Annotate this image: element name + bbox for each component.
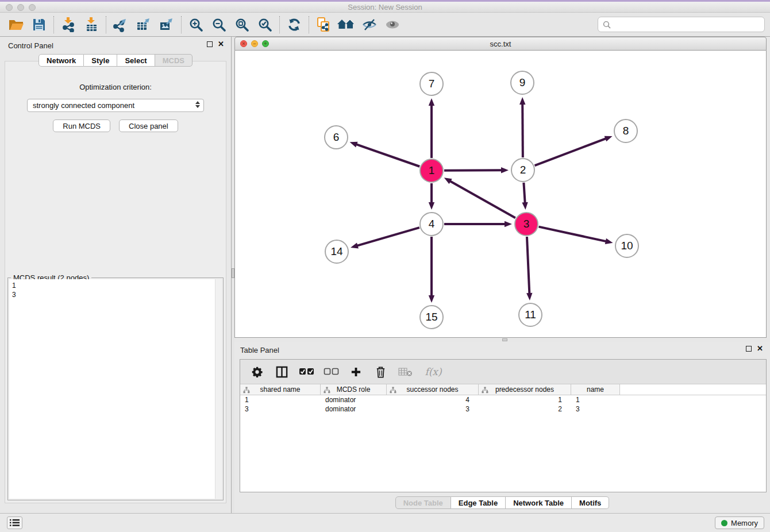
table-settings-button[interactable] — [249, 363, 265, 380]
table-cell: 1 — [571, 395, 620, 404]
app-minimize-button[interactable] — [17, 4, 24, 11]
graph-node-15[interactable]: 15 — [419, 305, 444, 329]
graph-edge-2-3[interactable] — [522, 183, 528, 210]
export-network-button[interactable] — [109, 14, 132, 35]
tab-network-table[interactable]: Network Table — [506, 496, 572, 509]
graph-edge-1-4[interactable] — [429, 183, 434, 210]
graph-edge-3-11[interactable] — [526, 237, 532, 300]
open-session-button[interactable] — [5, 14, 28, 35]
task-history-button[interactable] — [7, 516, 22, 529]
column-header-MCDS-role[interactable]: MCDS role — [321, 384, 387, 395]
tab-edge-table[interactable]: Edge Table — [451, 496, 506, 509]
export-image-icon — [159, 17, 175, 32]
graph-edge-1-6[interactable] — [350, 142, 420, 167]
zoom-selected-button[interactable] — [253, 14, 276, 35]
export-image-button[interactable] — [155, 14, 178, 35]
columns-icon — [276, 366, 288, 378]
search-box[interactable] — [598, 17, 765, 32]
optimization-criterion-select[interactable]: strongly connected component — [27, 99, 204, 112]
float-panel-icon[interactable] — [207, 41, 213, 47]
run-mcds-button[interactable]: Run MCDS — [53, 119, 110, 132]
mcds-result-text[interactable]: 1 3 — [9, 279, 222, 499]
zoom-out-button[interactable] — [207, 14, 230, 35]
delete-column-button[interactable] — [372, 363, 388, 380]
graph-edge-4-14[interactable] — [351, 228, 419, 248]
graph-edge-1-7[interactable] — [429, 98, 434, 158]
app-zoom-button[interactable] — [29, 4, 36, 11]
tab-mcds[interactable]: MCDS — [155, 54, 192, 67]
graph-node-4[interactable]: 4 — [419, 212, 444, 236]
network-window-titlebar[interactable]: × − + scc.txt — [234, 37, 767, 51]
table-cell: dominator — [321, 404, 387, 414]
graph-node-9[interactable]: 9 — [510, 71, 534, 95]
column-header-predecessor-nodes[interactable]: predecessor nodes — [479, 384, 571, 395]
network-canvas[interactable]: 1234678910111415 — [234, 51, 767, 338]
tab-motifs[interactable]: Motifs — [572, 496, 609, 509]
search-input[interactable] — [614, 20, 760, 29]
column-header-shared-name[interactable]: shared name — [240, 384, 321, 395]
graph-edge-3-10[interactable] — [538, 227, 613, 244]
splitter-handle[interactable] — [502, 338, 507, 341]
tab-select[interactable]: Select — [117, 54, 155, 67]
graph-node-2[interactable]: 2 — [511, 158, 535, 182]
deselect-all-columns-button[interactable] — [323, 363, 339, 380]
column-header-label: shared name — [260, 385, 300, 394]
graph-node-7[interactable]: 7 — [419, 72, 444, 96]
first-neighbors-button[interactable] — [335, 14, 358, 35]
tab-network[interactable]: Network — [38, 54, 84, 67]
export-table-button[interactable] — [132, 14, 155, 35]
graph-node-6[interactable]: 6 — [324, 125, 348, 149]
function-builder-button[interactable]: f(x) — [422, 363, 445, 380]
graph-edge-1-2[interactable] — [444, 167, 509, 173]
graph-edge-2-9[interactable] — [519, 97, 525, 157]
horizontal-splitter[interactable] — [234, 338, 770, 342]
unchecked-boxes-icon — [324, 368, 339, 376]
control-panel-header: Control Panel ✕ — [0, 37, 231, 54]
refresh-network-button[interactable] — [283, 14, 306, 35]
network-close-button[interactable]: × — [240, 40, 247, 47]
plus-icon — [351, 367, 361, 377]
graph-node-14[interactable]: 14 — [325, 240, 349, 264]
zoom-in-button[interactable] — [184, 14, 207, 35]
network-minimize-button[interactable]: − — [251, 40, 258, 47]
graph-edge-4-15[interactable] — [429, 237, 434, 303]
show-column-panel-button[interactable] — [274, 363, 290, 380]
close-panel-icon[interactable]: ✕ — [757, 346, 763, 352]
table-row[interactable]: 1dominator411 — [240, 395, 766, 404]
graph-node-3[interactable]: 3 — [514, 212, 538, 236]
close-panel-button[interactable]: Close panel — [119, 119, 178, 132]
optimization-criterion-label: Optimization criterion: — [5, 83, 226, 91]
graph-node-1[interactable]: 1 — [419, 159, 444, 183]
network-zoom-button[interactable]: + — [262, 40, 269, 47]
checked-boxes-icon — [299, 368, 314, 376]
graph-edge-4-3[interactable] — [444, 221, 512, 227]
graph-node-10[interactable]: 10 — [615, 234, 639, 258]
app-close-button[interactable] — [6, 4, 13, 11]
tab-style[interactable]: Style — [84, 54, 117, 67]
close-panel-icon[interactable]: ✕ — [218, 41, 224, 47]
memory-button[interactable]: Memory — [715, 516, 764, 529]
table-cell: 2 — [479, 404, 571, 414]
new-network-from-selection-button[interactable] — [312, 14, 335, 35]
select-all-columns-button[interactable] — [298, 363, 314, 380]
import-table-button[interactable] — [80, 14, 103, 35]
column-header-successor-nodes[interactable]: successor nodes — [387, 384, 479, 395]
save-session-button[interactable] — [28, 14, 51, 35]
column-type-icon — [390, 387, 396, 394]
hide-selected-button[interactable] — [358, 14, 381, 35]
import-network-button[interactable] — [57, 14, 80, 35]
graph-node-11[interactable]: 11 — [518, 303, 542, 327]
delete-table-button[interactable] — [397, 363, 413, 380]
tab-node-table[interactable]: Node Table — [395, 496, 451, 509]
create-column-button[interactable] — [348, 363, 364, 380]
zoom-fit-icon — [234, 17, 249, 32]
float-panel-icon[interactable] — [746, 346, 752, 352]
result-scrollbar[interactable] — [215, 279, 222, 499]
graph-edge-2-8[interactable] — [535, 136, 613, 166]
graph-node-8[interactable]: 8 — [614, 119, 638, 143]
graph-edge-3-1[interactable] — [444, 178, 515, 218]
show-all-button[interactable] — [381, 14, 404, 35]
zoom-fit-button[interactable] — [230, 14, 253, 35]
table-row[interactable]: 3dominator323 — [240, 404, 766, 414]
column-header-name[interactable]: name — [571, 384, 620, 395]
